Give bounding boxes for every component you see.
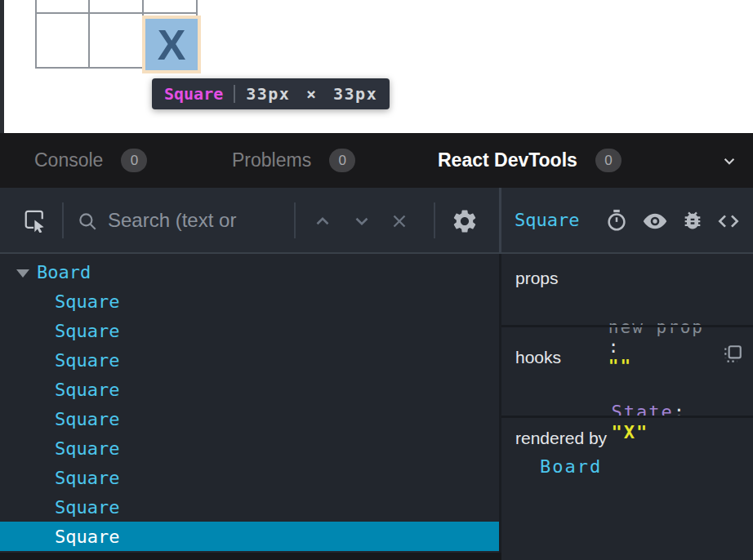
parse-hook-names-icon[interactable] <box>722 344 743 368</box>
tooltip-dimensions: 33px × 33px <box>246 84 377 104</box>
tree-item-label: Square <box>55 321 119 341</box>
tree-item-label: Square <box>55 409 119 429</box>
prop-colon: : <box>608 337 621 357</box>
hook-row: State: "X" <box>537 381 711 463</box>
search-icon <box>77 211 98 235</box>
search-next-icon[interactable] <box>351 211 372 235</box>
tree-item-square[interactable]: Square <box>0 404 499 433</box>
tab-problems-badge: 0 <box>329 149 355 172</box>
tree-item-label: Square <box>55 350 119 371</box>
tree-item-label: Square <box>55 468 119 488</box>
section-divider <box>501 325 753 327</box>
toolbar-divider <box>434 202 435 238</box>
search-prev-icon[interactable] <box>312 211 333 235</box>
board-square-highlighted[interactable]: X <box>145 19 198 70</box>
tree-item-board[interactable]: Board <box>0 257 499 287</box>
devtools-tab-bar: Console 0 Problems 0 React DevTools 0 <box>0 133 753 188</box>
tree-item-square[interactable]: Square <box>0 316 499 345</box>
rendered-by-link[interactable]: Board <box>540 456 602 477</box>
toolbar-divider <box>294 202 296 238</box>
tooltip-component-name: Square <box>164 84 223 104</box>
tree-item-square[interactable]: Square <box>0 345 499 375</box>
prop-name-field[interactable]: new prop <box>608 318 704 337</box>
suspend-stopwatch-icon[interactable] <box>604 208 629 236</box>
devtools-window: X Square 33px × 33px Console 0 Problems … <box>0 0 753 560</box>
tab-console[interactable]: Console 0 <box>34 133 147 188</box>
tree-item-square[interactable]: Square <box>0 375 499 404</box>
tree-item-label: Square <box>55 438 119 459</box>
section-divider <box>501 416 753 418</box>
grid-line <box>35 0 37 69</box>
hook-value-field[interactable]: "X" <box>611 422 648 442</box>
prop-value-field[interactable]: "" <box>608 357 632 376</box>
tree-item-square[interactable]: Square <box>0 287 499 316</box>
component-tree: Board Square Square Square Square Square… <box>0 254 499 553</box>
react-devtools-toolbar: Square <box>0 188 753 254</box>
chevron-down-icon[interactable] <box>719 150 740 175</box>
hook-name: State <box>611 402 673 422</box>
selected-component-name: Square <box>515 210 579 230</box>
tree-item-square[interactable]: Square <box>0 463 499 492</box>
tab-console-label: Console <box>34 149 103 171</box>
view-source-code-icon[interactable] <box>715 208 742 238</box>
window-edge <box>0 0 4 133</box>
log-to-console-bug-icon[interactable] <box>681 209 704 235</box>
tab-problems[interactable]: Problems 0 <box>232 133 355 188</box>
rendered-by-section-title: rendered by <box>515 429 607 448</box>
tree-scrollbar-track[interactable] <box>0 553 501 560</box>
tab-problems-label: Problems <box>232 149 311 171</box>
tab-react-devtools[interactable]: React DevTools 0 <box>438 133 622 188</box>
tab-react-devtools-label: React DevTools <box>438 149 577 171</box>
inspect-dom-eye-icon[interactable] <box>642 208 668 238</box>
tree-item-label: Square <box>55 291 119 312</box>
tree-item-label: Square <box>55 497 119 518</box>
tree-item-square[interactable]: Square <box>0 492 499 522</box>
expander-triangle-icon[interactable] <box>16 269 29 278</box>
tooltip-divider <box>234 85 235 103</box>
inspected-page: X Square 33px × 33px <box>0 0 753 133</box>
search-clear-icon[interactable] <box>389 211 410 235</box>
tree-item-square[interactable]: Square <box>0 433 499 463</box>
element-picker-icon[interactable] <box>23 208 47 236</box>
grid-line <box>88 0 90 69</box>
tab-react-devtools-badge: 0 <box>595 149 622 172</box>
search-input[interactable] <box>108 206 289 235</box>
grid-line <box>35 12 198 14</box>
panel-divider <box>499 188 501 254</box>
tree-item-label: Square <box>55 380 119 400</box>
props-section-title: props <box>515 269 559 288</box>
tab-console-badge: 0 <box>121 149 147 172</box>
component-details-panel: props new prop : "" hooks State: "X" ren… <box>501 254 753 560</box>
hook-colon: : <box>674 402 686 422</box>
toolbar-divider <box>62 202 64 238</box>
settings-gear-icon[interactable] <box>451 207 479 238</box>
square-value: X <box>158 24 186 66</box>
tree-item-square-selected[interactable]: Square <box>0 522 499 551</box>
inspect-tooltip: Square 33px × 33px <box>152 78 390 109</box>
tree-item-label: Board <box>37 262 91 282</box>
tree-item-label: Square <box>55 527 119 547</box>
hooks-section-title: hooks <box>515 348 561 367</box>
